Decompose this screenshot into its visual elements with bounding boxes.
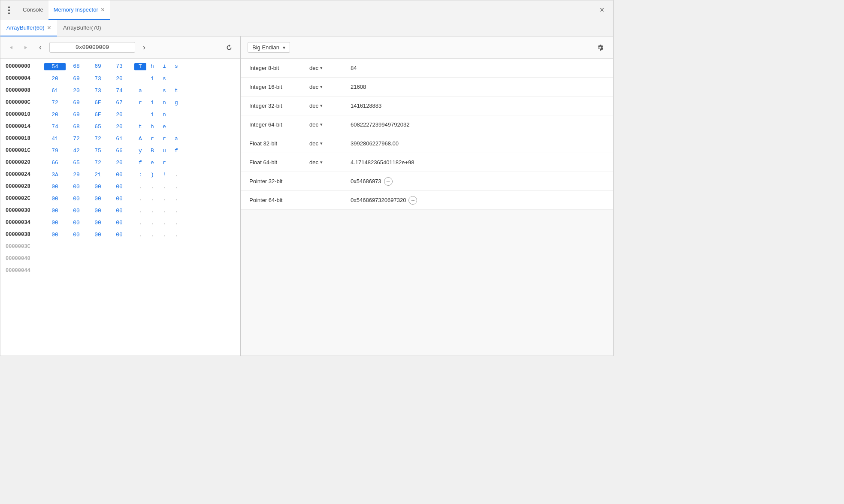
hex-byte-14-1[interactable]: 00 [66, 232, 87, 238]
hex-char-0-2[interactable]: i [158, 63, 170, 70]
value-format-int8[interactable]: dec ▾ [309, 65, 344, 71]
refresh-button[interactable] [223, 42, 235, 54]
hex-byte-8-1[interactable]: 65 [66, 160, 87, 166]
tab-memory-inspector[interactable]: Memory Inspector × [48, 0, 110, 20]
hex-byte-11-3[interactable]: 00 [109, 196, 130, 202]
hex-byte-6-3[interactable]: 61 [109, 136, 130, 142]
hex-byte-3-2[interactable]: 6E [87, 100, 109, 106]
hex-char-6-2[interactable]: r [158, 136, 170, 142]
hex-char-14-2[interactable]: . [158, 232, 170, 238]
hex-byte-11-0[interactable]: 00 [44, 196, 66, 202]
hex-char-7-1[interactable]: B [146, 148, 158, 154]
value-format-float64[interactable]: dec ▾ [309, 159, 344, 166]
value-format-int8-arrow[interactable]: ▾ [320, 65, 323, 71]
hex-byte-8-3[interactable]: 20 [109, 160, 130, 166]
hex-byte-4-0[interactable]: 20 [44, 112, 66, 118]
pointer-navigate-64[interactable]: → [408, 196, 417, 205]
hex-byte-14-0[interactable]: 00 [44, 232, 66, 238]
hex-byte-10-0[interactable]: 00 [44, 184, 66, 190]
buffer-tab-60-close[interactable]: × [47, 24, 51, 32]
hex-char-10-1[interactable]: . [146, 184, 158, 190]
buffer-tab-arraybuffer-60[interactable]: ArrayBuffer(60) × [0, 20, 57, 36]
hex-char-11-3[interactable]: . [170, 196, 182, 202]
hex-char-2-1[interactable] [146, 88, 158, 94]
hex-char-6-3[interactable]: a [170, 136, 182, 142]
hex-char-13-0[interactable]: . [134, 220, 146, 226]
tab-console[interactable]: Console [18, 0, 48, 20]
hex-char-6-1[interactable]: r [146, 136, 158, 142]
hex-char-7-2[interactable]: u [158, 148, 170, 154]
hex-byte-5-3[interactable]: 20 [109, 124, 130, 130]
hex-byte-3-3[interactable]: 67 [109, 100, 130, 106]
hex-byte-12-1[interactable]: 00 [66, 208, 87, 214]
hex-char-9-2[interactable]: ! [158, 172, 170, 178]
value-format-int16[interactable]: dec ▾ [309, 84, 344, 90]
hex-byte-13-2[interactable]: 00 [87, 220, 109, 226]
hex-byte-4-3[interactable]: 20 [109, 112, 130, 118]
hex-char-12-3[interactable]: . [170, 208, 182, 214]
window-close-button[interactable]: × [596, 4, 608, 16]
hex-char-3-1[interactable]: i [146, 100, 158, 106]
hex-byte-9-0[interactable]: 3A [44, 172, 66, 178]
hex-char-10-0[interactable]: . [134, 184, 146, 190]
hex-byte-10-1[interactable]: 00 [66, 184, 87, 190]
hex-byte-8-2[interactable]: 72 [87, 160, 109, 166]
hex-char-8-2[interactable]: r [158, 160, 170, 166]
hex-byte-1-3[interactable]: 20 [109, 75, 130, 82]
hex-char-5-0[interactable]: t [134, 124, 146, 130]
back-button[interactable] [6, 42, 17, 53]
hex-byte-5-2[interactable]: 65 [87, 124, 109, 130]
hex-byte-9-3[interactable]: 00 [109, 172, 130, 178]
hex-char-1-1[interactable]: i [146, 75, 158, 82]
value-format-int64-arrow[interactable]: ▾ [320, 122, 323, 127]
hex-byte-2-2[interactable]: 73 [87, 88, 109, 94]
hex-byte-9-2[interactable]: 21 [87, 172, 109, 178]
hex-char-2-3[interactable]: t [170, 88, 182, 94]
hex-char-2-2[interactable]: s [158, 88, 170, 94]
hex-byte-0-0[interactable]: 54 [44, 63, 66, 70]
hex-byte-13-0[interactable]: 00 [44, 220, 66, 226]
hex-byte-6-2[interactable]: 72 [87, 136, 109, 142]
hex-char-9-0[interactable]: : [134, 172, 146, 178]
hex-char-3-3[interactable]: g [170, 100, 182, 106]
hex-byte-2-3[interactable]: 74 [109, 88, 130, 94]
hex-byte-1-1[interactable]: 69 [66, 75, 87, 82]
value-format-float32[interactable]: dec ▾ [309, 140, 344, 147]
right-arrow-button[interactable]: › [139, 42, 150, 53]
hex-byte-12-2[interactable]: 00 [87, 208, 109, 214]
hex-char-13-1[interactable]: . [146, 220, 158, 226]
hex-byte-3-0[interactable]: 72 [44, 100, 66, 106]
hex-char-13-2[interactable]: . [158, 220, 170, 226]
hex-char-3-0[interactable]: r [134, 100, 146, 106]
hex-char-3-2[interactable]: n [158, 100, 170, 106]
hex-char-0-3[interactable]: s [170, 63, 182, 70]
value-format-int64[interactable]: dec ▾ [309, 121, 344, 128]
hex-char-14-3[interactable]: . [170, 232, 182, 238]
endian-select[interactable]: Big Endian ▾ [248, 42, 290, 53]
hex-byte-7-0[interactable]: 79 [44, 148, 66, 154]
buffer-tab-arraybuffer-70[interactable]: ArrayBuffer(70) [57, 20, 107, 36]
value-format-float32-arrow[interactable]: ▾ [320, 141, 323, 146]
hex-char-1-0[interactable] [134, 75, 146, 82]
hex-char-10-3[interactable]: . [170, 184, 182, 190]
hex-char-4-0[interactable] [134, 112, 146, 118]
hex-char-14-0[interactable]: . [134, 232, 146, 238]
hex-byte-13-3[interactable]: 00 [109, 220, 130, 226]
hex-char-4-3[interactable] [170, 112, 182, 118]
dots-menu-icon[interactable] [4, 5, 14, 15]
hex-char-0-1[interactable]: h [146, 63, 158, 70]
hex-byte-4-1[interactable]: 69 [66, 112, 87, 118]
hex-char-8-1[interactable]: e [146, 160, 158, 166]
settings-button[interactable] [594, 42, 606, 54]
hex-byte-10-3[interactable]: 00 [109, 184, 130, 190]
left-arrow-button[interactable]: ‹ [35, 42, 46, 53]
hex-char-5-1[interactable]: h [146, 124, 158, 130]
hex-char-14-1[interactable]: . [146, 232, 158, 238]
hex-byte-0-3[interactable]: 73 [109, 63, 130, 70]
hex-char-2-0[interactable]: a [134, 88, 146, 94]
hex-char-8-3[interactable] [170, 160, 182, 166]
hex-byte-12-3[interactable]: 00 [109, 208, 130, 214]
hex-byte-14-2[interactable]: 00 [87, 232, 109, 238]
hex-byte-6-1[interactable]: 72 [66, 136, 87, 142]
hex-char-5-3[interactable] [170, 124, 182, 130]
